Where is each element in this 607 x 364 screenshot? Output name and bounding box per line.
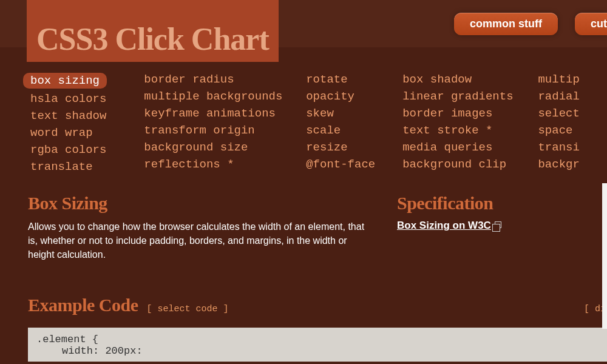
logo-text: CSS3 Click Chart [36, 21, 269, 57]
feature-keyframe-animations[interactable]: keyframe animations [144, 107, 306, 120]
feature-border-images[interactable]: border images [402, 107, 538, 120]
select-code-button[interactable]: [ select code ] [147, 304, 229, 314]
feature-text-stroke[interactable]: text stroke * [402, 124, 538, 137]
feature-background-size[interactable]: background size [144, 141, 306, 154]
feature-text-shadow[interactable]: text shadow [30, 109, 144, 123]
feature-partial-6[interactable]: backgr [538, 158, 607, 171]
feature-grid: box sizing hsla colors text shadow word … [0, 47, 607, 174]
feature-border-radius[interactable]: border radius [144, 73, 306, 86]
common-stuff-button[interactable]: common stuff [454, 13, 558, 35]
feature-reflections[interactable]: reflections * [144, 158, 306, 171]
feature-font-face[interactable]: @font-face [306, 158, 402, 171]
logo: CSS3 Click Chart [27, 0, 279, 62]
code-header-row: Example Code [ select code ] [ di [0, 262, 607, 322]
feature-rotate[interactable]: rotate [306, 73, 402, 86]
feature-background-clip[interactable]: background clip [402, 158, 538, 171]
feature-partial-4[interactable]: space [538, 124, 607, 137]
feature-rgba-colors[interactable]: rgba colors [30, 143, 144, 157]
feature-transform-origin[interactable]: transform origin [144, 124, 306, 137]
code-block: .element { width: 200px: [28, 328, 607, 362]
detail-description: Allows you to change how the browser cal… [28, 220, 368, 262]
feature-partial-5[interactable]: transi [538, 141, 607, 154]
external-link-icon [495, 221, 501, 228]
spec-title: Specification [397, 193, 607, 214]
detail-title: Box Sizing [28, 193, 397, 214]
feature-skew[interactable]: skew [306, 107, 402, 120]
feature-scale[interactable]: scale [306, 124, 402, 137]
side-panel-edge [602, 183, 607, 329]
feature-hsla-colors[interactable]: hsla colors [30, 92, 144, 106]
code-line-2: width: 200px: [36, 345, 599, 357]
specification-section: Specification Box Sizing on W3C [397, 193, 607, 262]
feature-opacity[interactable]: opacity [306, 90, 402, 103]
feature-partial-2[interactable]: radial [538, 90, 607, 103]
top-bar: CSS3 Click Chart common stuff cut [0, 0, 607, 47]
feature-partial-1[interactable]: multip [538, 73, 607, 86]
code-line-1: .element { [36, 334, 599, 345]
feature-media-queries[interactable]: media queries [402, 141, 538, 154]
feature-resize[interactable]: resize [306, 141, 402, 154]
feature-word-wrap[interactable]: word wrap [30, 126, 144, 140]
spec-link-text: Box Sizing on W3C [397, 220, 491, 231]
spec-link[interactable]: Box Sizing on W3C [397, 220, 501, 231]
feature-box-shadow[interactable]: box shadow [402, 73, 538, 86]
top-buttons: common stuff cut [454, 13, 607, 35]
feature-box-sizing[interactable]: box sizing [23, 73, 107, 89]
cutting-edge-button[interactable]: cut [575, 13, 607, 35]
feature-multiple-backgrounds[interactable]: multiple backgrounds [144, 90, 306, 103]
description-section: Box Sizing Allows you to change how the … [28, 193, 397, 262]
feature-partial-3[interactable]: select [538, 107, 607, 120]
code-title: Example Code [28, 295, 138, 315]
feature-translate[interactable]: translate [30, 160, 144, 174]
feature-linear-gradients[interactable]: linear gradients [402, 90, 538, 103]
content-row: Box Sizing Allows you to change how the … [0, 174, 607, 262]
